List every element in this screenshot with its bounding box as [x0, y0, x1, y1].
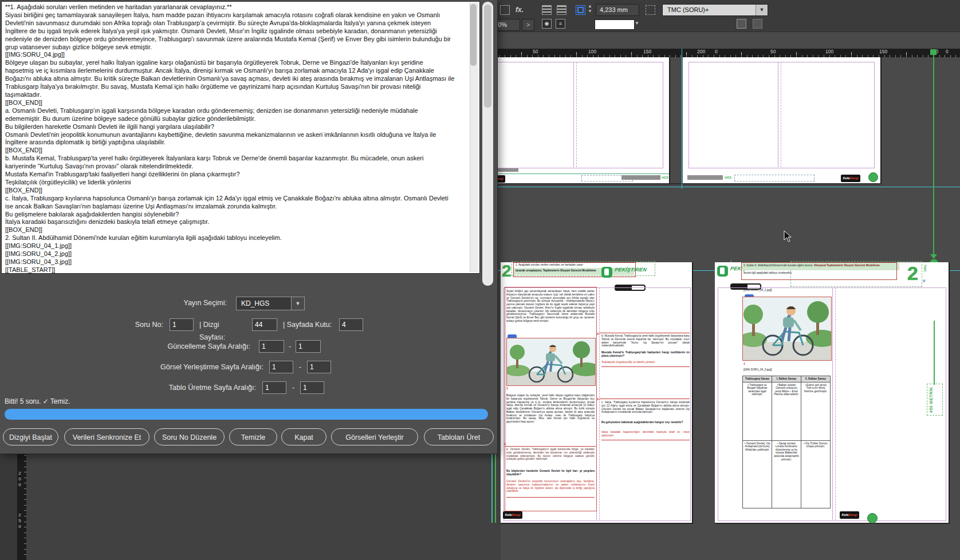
- textarea-line: hapsetmiş ve iç kısımlara ilerlemelerini…: [5, 67, 479, 75]
- textarea-line: [[TABLE_START]]: [5, 266, 479, 274]
- kapat-button[interactable]: Kapat: [281, 428, 326, 445]
- textarea-scrollbar-thumb[interactable]: [470, 4, 477, 66]
- table-cell: • Osmanlı Devleti, Uşi Antlaşması'yla Ku…: [743, 440, 772, 508]
- soru-no-input[interactable]: [170, 318, 194, 331]
- footer-selection-box: [734, 175, 815, 182]
- page-header-line: larıyla ilgili aşağıdaki tabloyu inceley…: [743, 271, 861, 276]
- question-textarea[interactable]: **1. Aşağıdaki soruları verilen metinden…: [1, 1, 480, 274]
- gorsel-from-input[interactable]: [269, 361, 293, 373]
- image-tag-text: [[IMG:SORU_04_3.jpg]]: [743, 368, 832, 373]
- edit-icon[interactable]: [753, 19, 762, 29]
- page-edge-shadow: [484, 183, 882, 184]
- logo-text: Kafa: [841, 513, 848, 516]
- guide-cyan-vertical[interactable]: [682, 49, 682, 189]
- page-edge-shadow: [692, 262, 693, 524]
- text-frame-options-icon[interactable]: ≡: [556, 19, 565, 29]
- fill-swatch[interactable]: [595, 19, 635, 30]
- soru-no-duzenle-button[interactable]: Soru No Düzenle: [154, 428, 225, 445]
- yayin-value: KD_HGS: [241, 299, 269, 307]
- column-guide: [599, 287, 600, 520]
- fx-icon[interactable]: fx.: [516, 6, 524, 14]
- dizgi-sayfasi-input[interactable]: [252, 318, 277, 331]
- textarea-line: [[BOX_END]]: [5, 187, 479, 195]
- kafadengi-logo: KafaDengi: [841, 175, 860, 182]
- table-header-cell: Trablusgarp Savaşı: [743, 376, 772, 382]
- pekistiren-icon: [601, 267, 612, 278]
- tablo-to-input[interactable]: [300, 381, 324, 394]
- textarea-line: İtalya karadaki başarısızlığını denizdek…: [5, 218, 479, 226]
- guide-cyan-horizontal[interactable]: [470, 187, 960, 187]
- guncelleme-from-input[interactable]: [259, 340, 284, 353]
- range-dash: -: [289, 340, 291, 353]
- ruler-tick-label: 200: [17, 471, 26, 488]
- range-dash: -: [292, 381, 294, 394]
- textarea-line: [[BOX_END]]: [5, 147, 479, 155]
- paragraph-style-dropdown[interactable]: TMC (SORU)+ ▼: [662, 4, 768, 16]
- temizle-button[interactable]: Temizle: [229, 428, 277, 445]
- textarea-line: **1. Aşağıdaki soruları verilen metinden…: [5, 3, 479, 11]
- swatch-chevron-icon[interactable]: ▼: [635, 21, 639, 26]
- space-after-icon[interactable]: [557, 5, 566, 15]
- table-row: Trablusgarp Savaşı I. Balkan Savaşı II. …: [743, 376, 831, 382]
- yayin-label: Yayın Seçimi:: [172, 297, 227, 309]
- answer-underline: [601, 366, 690, 367]
- question-divider: [599, 399, 690, 399]
- dizgiyi-baslat-button[interactable]: Dizgiyi Başlat: [3, 428, 58, 445]
- textarea-line: 2. Sultan II. Abdülhamid Dönemi'nde kuru…: [5, 234, 479, 242]
- column-guide: [576, 62, 577, 167]
- side-note-vertical: 450 METRİK: [929, 385, 933, 413]
- ruler-tick-label: 50: [533, 49, 538, 54]
- gorsel-to-input[interactable]: [307, 361, 331, 373]
- align-center-icon[interactable]: ◉: [542, 19, 552, 29]
- frame-icon[interactable]: [500, 5, 510, 15]
- textarea-line: Bölgeye ulaşan bu subaylar, yerel halkı …: [5, 59, 479, 67]
- page-answer: Teşkilatçılık (örgütleyicilik) ve liderl…: [601, 361, 690, 365]
- table-cell: • Savaş sonrası Londra Konferansı düzenl…: [772, 440, 801, 508]
- tablolari-uret-button[interactable]: Tabloları Üret: [424, 428, 494, 445]
- page-question: Bu gelişmelere bakılarak aşağıdakilerden…: [601, 421, 690, 428]
- zoom-step-button[interactable]: >: [522, 19, 534, 31]
- offset-field[interactable]: 4,233 mm: [596, 4, 639, 16]
- chevron-down-icon[interactable]: ▼: [756, 5, 768, 15]
- textarea-line: [[BOX_END]]: [5, 99, 479, 107]
- logo-text: Dengi: [849, 176, 858, 180]
- textarea-line: Mustafa Kemal'in Trablusgarp'taki faaliy…: [5, 171, 479, 179]
- stepper-icon[interactable]: ▲▼: [588, 3, 592, 14]
- ruler-tick-label: 0: [715, 49, 718, 54]
- page-edge-shadow: [669, 57, 670, 184]
- textarea-line: [[IMG:SORU_04.jpg]]: [5, 51, 479, 59]
- page-edge-shadow: [880, 57, 882, 184]
- textarea-line: grup vatansever subayı gizlice bölgeye s…: [5, 44, 479, 52]
- transform-reference-icon[interactable]: [576, 5, 585, 15]
- dialog-scrollbar-thumb[interactable]: [484, 5, 491, 108]
- tablo-from-input[interactable]: [262, 381, 286, 394]
- ruler-tick-label: 0: [946, 49, 949, 54]
- ruler-tick-label: 50: [770, 49, 776, 54]
- textarea-line: ise ancak Balkan Savaşları'nın başlaması…: [5, 203, 479, 211]
- verileri-senkronize-button[interactable]: Verileri Senkronize Et: [64, 428, 149, 445]
- footer-placeholder-bar: [621, 175, 660, 180]
- page-question: Mustafa Kemal'in Trablusgarp'taki faaliy…: [601, 351, 690, 358]
- guncelleme-to-input[interactable]: [296, 340, 321, 353]
- space-before-icon[interactable]: [542, 5, 552, 15]
- header-text: 2. Sultan II. Abdülhamid Dönemi'nde kuru…: [743, 264, 813, 267]
- chevron-down-icon[interactable]: ▼: [291, 297, 304, 310]
- mouse-cursor-icon: [784, 230, 793, 243]
- pasteboard-lower-left: [26, 453, 501, 560]
- textarea-line: Bu bilgilerden hareketle Osmanlı Devleti…: [5, 123, 479, 131]
- text-thread-line: [933, 49, 934, 254]
- textarea-line: Bu gelişmelere bakılarak aşağıdakilerden…: [5, 211, 479, 219]
- soru-no-label: Soru No:: [115, 318, 163, 331]
- page-answer: Osmanlı Devleti'nin jeopolitik konumunun…: [506, 480, 595, 495]
- gorselleri-yerlestir-button[interactable]: Görselleri Yerleştir: [331, 428, 418, 445]
- thread-marker: [930, 49, 937, 55]
- dashed-frame-icon[interactable]: [646, 5, 655, 15]
- textarea-line: Osmanlı Devleti'nin jeopolitik konumunun…: [5, 131, 479, 139]
- page-edge-shadow: [949, 262, 950, 524]
- status-dot: [867, 513, 878, 523]
- sayfada-kutu-input[interactable]: [339, 318, 363, 331]
- object-states-icon[interactable]: [737, 19, 746, 29]
- yayin-dropdown[interactable]: KD_HGS ▼: [236, 297, 305, 310]
- answer-underline: [506, 497, 595, 498]
- page-edge-shadow: [715, 523, 950, 524]
